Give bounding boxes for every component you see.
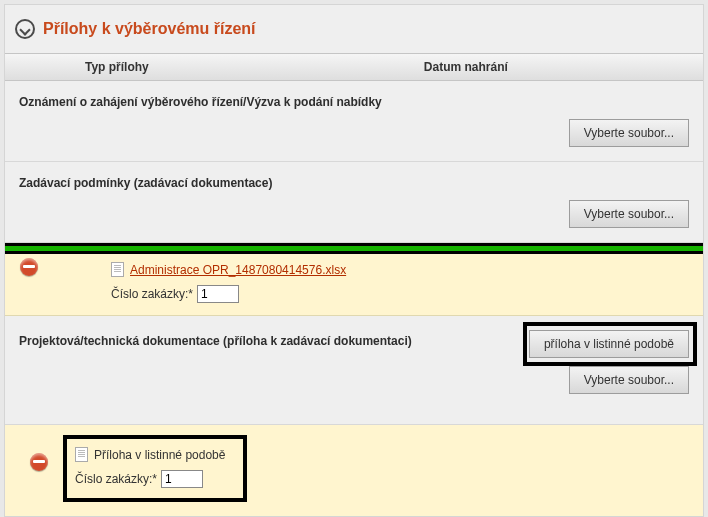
uploaded-file-row: Administrace OPR_1487080414576.xlsx Čísl… — [5, 254, 703, 316]
document-icon — [75, 447, 88, 462]
order-number-input[interactable] — [197, 285, 239, 303]
highlight-bar — [5, 243, 703, 254]
attachment-type-label: Zadávací podmínky (zadávací dokumentace) — [19, 176, 689, 190]
uploaded-file-row: Příloha v listinné podobě Číslo zakázky:… — [5, 425, 703, 516]
select-file-button[interactable]: Vyberte soubor... — [569, 119, 689, 147]
attachment-row-project-docs: Projektová/technická dokumentace (příloh… — [5, 316, 703, 425]
document-icon — [111, 262, 124, 277]
delete-icon[interactable] — [20, 258, 38, 276]
file-link[interactable]: Administrace OPR_1487080414576.xlsx — [130, 263, 346, 277]
select-file-button[interactable]: Vyberte soubor... — [569, 200, 689, 228]
delete-icon[interactable] — [30, 453, 48, 471]
section-header[interactable]: Přílohy k výběrovému řízení — [5, 13, 703, 53]
order-number-label: Číslo zakázky:* — [111, 287, 193, 301]
attachment-type-label: Oznámení o zahájení výběrového řízení/Vý… — [19, 95, 689, 109]
attachment-row-conditions: Zadávací podmínky (zadávací dokumentace)… — [5, 162, 703, 243]
column-type-header: Typ přílohy — [5, 60, 424, 74]
chevron-down-icon — [15, 19, 35, 39]
select-file-button[interactable]: Vyberte soubor... — [569, 366, 689, 394]
order-number-input[interactable] — [161, 470, 203, 488]
highlight-box: Příloha v listinné podobě Číslo zakázky:… — [63, 435, 247, 502]
order-number-label: Číslo zakázky:* — [75, 472, 157, 486]
attachment-type-label: Projektová/technická dokumentace (příloh… — [19, 334, 439, 348]
paper-attachment-button[interactable]: příloha v listinné podobě — [529, 330, 689, 358]
section-title: Přílohy k výběrovému řízení — [43, 20, 256, 38]
attachment-row-notice: Oznámení o zahájení výběrového řízení/Vý… — [5, 81, 703, 162]
column-header-row: Typ přílohy Datum nahrání — [5, 53, 703, 81]
file-text: Příloha v listinné podobě — [94, 448, 225, 462]
column-date-header: Datum nahrání — [424, 60, 703, 74]
